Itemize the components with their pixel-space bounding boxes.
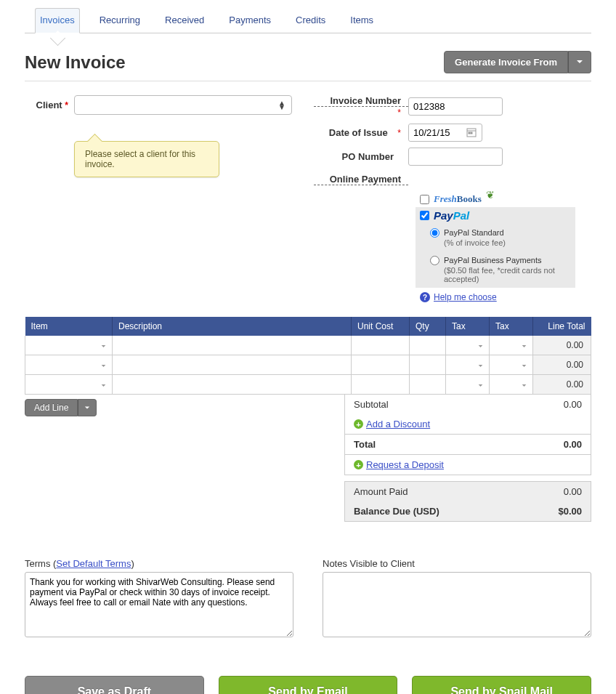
unit-cost-cell[interactable] (352, 375, 409, 394)
notes-label: Notes Visible to Client (323, 558, 591, 569)
amount-paid-value: 0.00 (564, 486, 582, 497)
line-total-cell: 0.00 (533, 375, 591, 395)
chevron-down-icon (478, 360, 483, 371)
select-arrows-icon: ▲▼ (278, 101, 285, 110)
po-number-label: PO Number (341, 151, 401, 162)
plus-icon: + (354, 419, 363, 429)
client-select[interactable]: ▲▼ (74, 95, 292, 115)
freshbooks-logo: FreshBooks (434, 193, 482, 205)
calendar-icon[interactable] (466, 127, 478, 139)
th-qty: Qty (410, 317, 446, 336)
save-as-draft-button[interactable]: Save as Draft (25, 676, 204, 694)
chevron-down-icon (101, 360, 106, 371)
th-item: Item (25, 317, 113, 336)
page-title: New Invoice (25, 52, 126, 73)
add-line-label: Add Line (25, 399, 78, 416)
tax2-cell[interactable] (490, 375, 532, 394)
add-line-button[interactable]: Add Line (25, 399, 97, 416)
leaf-icon: ❦ (486, 189, 495, 201)
tax1-cell[interactable] (446, 336, 489, 355)
svg-rect-3 (471, 132, 472, 134)
notes-textarea[interactable] (323, 572, 591, 637)
line-item-row: 0.00 (25, 375, 591, 395)
freshbooks-checkbox[interactable] (420, 195, 429, 204)
chevron-down-icon (478, 379, 483, 390)
chevron-down-icon (101, 340, 106, 351)
line-total-cell: 0.00 (533, 355, 591, 375)
paypal-logo: PayPal (434, 209, 469, 222)
send-by-snail-mail-button[interactable]: Send by Snail Mail (412, 676, 591, 694)
paypal-business-label: PayPal Business Payments($0.50 flat fee,… (444, 256, 571, 283)
qty-cell[interactable] (410, 375, 445, 394)
chevron-down-icon (101, 379, 106, 390)
tax2-cell[interactable] (490, 355, 532, 374)
total-value: 0.00 (564, 439, 582, 450)
plus-icon: + (354, 460, 363, 469)
invoice-number-input[interactable] (408, 97, 503, 116)
tax1-cell[interactable] (446, 375, 489, 394)
description-cell[interactable] (113, 336, 351, 355)
subtotal-value: 0.00 (564, 399, 582, 410)
balance-due-value: $0.00 (558, 506, 582, 517)
paypal-standard-radio[interactable] (430, 228, 439, 238)
date-of-issue-input[interactable] (409, 124, 463, 141)
th-line-total: Line Total (533, 317, 591, 336)
tab-payments[interactable]: Payments (224, 8, 276, 33)
client-label: Client * (25, 95, 68, 110)
tabs-bar: Invoices Recurring Received Payments Cre… (25, 0, 591, 33)
th-tax2: Tax (490, 317, 533, 336)
svg-rect-2 (469, 132, 470, 134)
paypal-checkbox[interactable] (420, 211, 429, 220)
description-cell[interactable] (113, 355, 351, 374)
line-item-row: 0.00 (25, 336, 591, 355)
generate-label: Generate Invoice From (444, 51, 568, 73)
help-me-choose-link[interactable]: Help me choose (434, 292, 497, 302)
send-by-email-button[interactable]: Send by Email (219, 676, 398, 694)
th-description: Description (113, 317, 352, 336)
tab-recurring[interactable]: Recurring (94, 8, 145, 33)
help-icon: ? (420, 292, 430, 302)
client-tooltip: Please select a client for this invoice. (74, 141, 219, 177)
tab-items[interactable]: Items (345, 8, 378, 33)
qty-cell[interactable] (410, 336, 445, 355)
balance-due-label: Balance Due (USD) (354, 506, 439, 517)
date-of-issue-label: Date of Issue (329, 127, 395, 138)
subtotal-label: Subtotal (354, 399, 389, 410)
line-items-table: Item Description Unit Cost Qty Tax Tax L… (25, 317, 591, 395)
terms-label: Terms (Set Default Terms) (25, 558, 293, 569)
paypal-standard-label: PayPal Standard(% of invoice fee) (444, 228, 506, 247)
item-cell[interactable] (25, 336, 112, 355)
th-unit-cost: Unit Cost (352, 317, 410, 336)
line-item-row: 0.00 (25, 355, 591, 375)
amount-paid-label: Amount Paid (354, 486, 408, 497)
chevron-down-icon[interactable] (78, 399, 97, 416)
terms-textarea[interactable] (25, 572, 293, 637)
chevron-down-icon (522, 379, 527, 390)
item-cell[interactable] (25, 355, 112, 374)
po-number-input[interactable] (408, 148, 503, 166)
paypal-business-radio[interactable] (430, 256, 439, 265)
line-total-cell: 0.00 (533, 336, 591, 355)
invoice-number-label: Invoice Number (314, 95, 408, 107)
tab-credits[interactable]: Credits (291, 8, 331, 33)
total-label: Total (354, 439, 376, 450)
th-tax1: Tax (446, 317, 490, 336)
unit-cost-cell[interactable] (352, 336, 409, 355)
request-deposit-link[interactable]: Request a Deposit (366, 459, 444, 470)
description-cell[interactable] (113, 375, 351, 394)
chevron-down-icon (522, 360, 527, 371)
tab-received[interactable]: Received (160, 8, 209, 33)
tax1-cell[interactable] (446, 355, 489, 374)
chevron-down-icon (522, 340, 527, 351)
add-discount-link[interactable]: Add a Discount (366, 419, 430, 429)
unit-cost-cell[interactable] (352, 355, 409, 374)
item-cell[interactable] (25, 375, 112, 394)
online-payment-label: Online Payment (314, 174, 408, 185)
chevron-down-icon[interactable] (568, 51, 591, 73)
chevron-down-icon (478, 340, 483, 351)
generate-invoice-from-button[interactable]: Generate Invoice From (444, 51, 591, 73)
qty-cell[interactable] (410, 355, 445, 374)
set-default-terms-link[interactable]: Set Default Terms (56, 558, 131, 569)
tax2-cell[interactable] (490, 336, 532, 355)
